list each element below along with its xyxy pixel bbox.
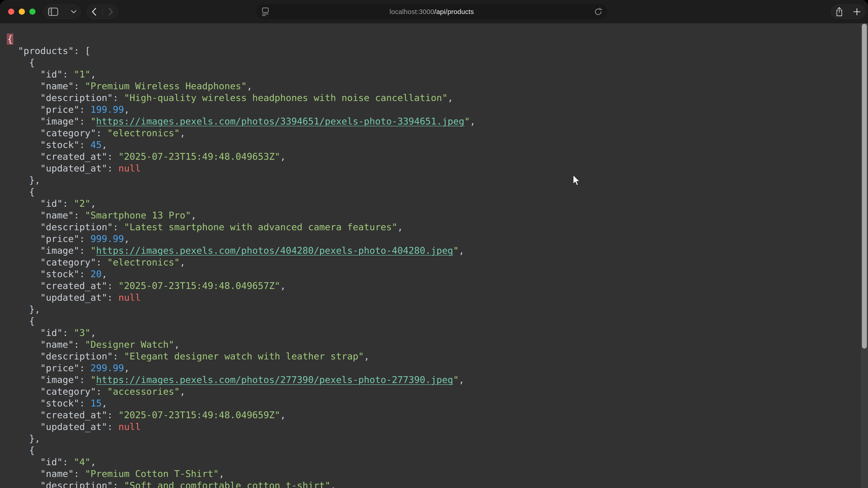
nav-divider	[102, 8, 103, 15]
browser-window: localhost:3000/api/products	[0, 0, 868, 488]
sidebar-toggle-button[interactable]	[48, 8, 58, 16]
nav-button-group	[87, 4, 118, 19]
chevron-right-icon	[108, 8, 113, 15]
zoom-button[interactable]	[29, 8, 35, 15]
url-host: localhost:3000	[390, 8, 434, 15]
forward-button[interactable]	[108, 8, 113, 15]
reload-button[interactable]	[594, 7, 602, 16]
sidebar-button-group	[43, 4, 81, 19]
json-code: { "products": [ { "id": "1", "name": "Pr…	[7, 33, 475, 488]
image-url-link[interactable]: https://images.pexels.com/photos/404280/…	[96, 245, 453, 256]
traffic-lights	[8, 8, 35, 15]
sidebar-menu-button[interactable]	[71, 10, 76, 13]
image-url-link[interactable]: https://images.pexels.com/photos/277390/…	[96, 375, 453, 385]
json-viewer: { "products": [ { "id": "1", "name": "Pr…	[0, 23, 868, 488]
refresh-icon	[594, 7, 602, 16]
new-tab-button[interactable]	[853, 8, 861, 15]
scrollbar-thumb[interactable]	[862, 24, 867, 349]
image-url-link[interactable]: https://images.pexels.com/photos/3394651…	[96, 116, 464, 127]
url-path: /api/products	[434, 8, 474, 15]
chevron-down-icon	[71, 10, 76, 13]
share-icon	[836, 7, 843, 17]
chevron-left-icon	[92, 8, 96, 15]
back-button[interactable]	[92, 8, 96, 15]
mouse-cursor	[572, 174, 581, 187]
plus-icon	[853, 8, 861, 15]
address-bar[interactable]: localhost:3000/api/products	[256, 4, 607, 19]
close-button[interactable]	[8, 8, 14, 15]
url-text: localhost:3000/api/products	[256, 4, 607, 19]
minimize-button[interactable]	[19, 8, 25, 15]
browser-toolbar: localhost:3000/api/products	[0, 0, 868, 23]
toolbar-right-group	[831, 4, 865, 19]
share-button[interactable]	[836, 7, 843, 17]
sidebar-icon	[48, 8, 58, 16]
